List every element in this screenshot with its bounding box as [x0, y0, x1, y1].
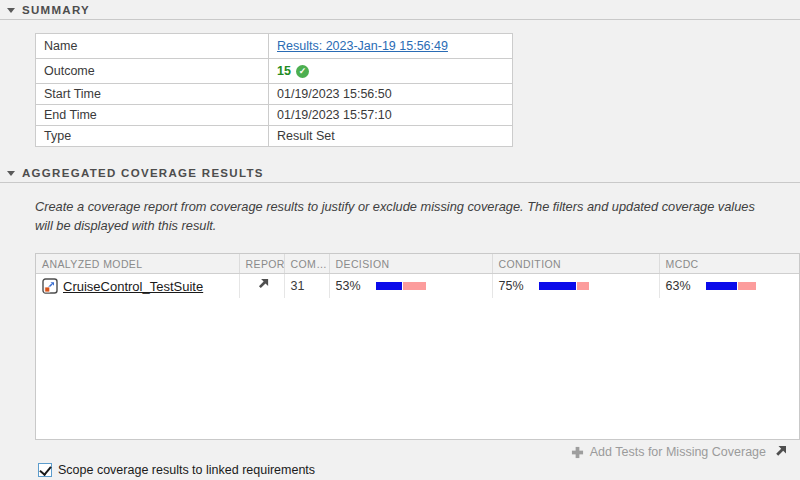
open-report-icon[interactable]	[255, 277, 270, 292]
condition-coverage-bar	[539, 282, 589, 290]
add-tests-button[interactable]: Add Tests for Missing Coverage	[571, 445, 766, 459]
summary-label-end-time: End Time	[36, 105, 269, 126]
analyzed-model-link[interactable]: CruiseControl_TestSuite	[63, 279, 203, 294]
simulink-model-icon	[42, 278, 58, 294]
summary-label-outcome: Outcome	[36, 59, 269, 84]
plus-icon	[571, 446, 584, 459]
collapse-triangle-icon	[7, 171, 15, 176]
col-header-complexity: COM…	[284, 254, 329, 274]
complexity-value: 31	[284, 274, 329, 299]
add-tests-label: Add Tests for Missing Coverage	[590, 445, 766, 459]
summary-value-start-time: 01/19/2023 15:56:50	[269, 84, 513, 105]
col-header-mcdc: MCDC	[659, 254, 799, 274]
summary-row-start-time: Start Time 01/19/2023 15:56:50	[36, 84, 513, 105]
col-header-analyzed-model: ANALYZED MODEL	[36, 254, 239, 274]
col-header-condition: CONDITION	[492, 254, 659, 274]
summary-row-end-time: End Time 01/19/2023 15:57:10	[36, 105, 513, 126]
summary-label-name: Name	[36, 34, 269, 59]
summary-section-title: SUMMARY	[22, 4, 90, 16]
summary-value-type: Result Set	[269, 126, 513, 147]
coverage-table: ANALYZED MODEL REPORT COM… DECISION COND…	[36, 254, 799, 298]
mcdc-percent: 63%	[666, 279, 706, 293]
summary-value-end-time: 01/19/2023 15:57:10	[269, 105, 513, 126]
decision-coverage-bar	[376, 282, 426, 290]
scope-coverage-row: Scope coverage results to linked require…	[38, 463, 800, 477]
summary-label-type: Type	[36, 126, 269, 147]
coverage-header-row: ANALYZED MODEL REPORT COM… DECISION COND…	[36, 254, 799, 274]
coverage-description: Create a coverage report from coverage r…	[35, 197, 775, 235]
collapse-triangle-icon	[7, 8, 15, 13]
condition-percent: 75%	[499, 279, 539, 293]
summary-row-name: Name Results: 2023-Jan-19 15:56:49	[36, 34, 513, 59]
decision-percent: 53%	[336, 279, 376, 293]
col-header-report: REPORT	[239, 254, 284, 274]
outcome-pass-count: 15	[277, 64, 291, 78]
summary-label-start-time: Start Time	[36, 84, 269, 105]
pin-arrow-icon[interactable]	[772, 444, 788, 460]
pass-check-icon: ✓	[296, 65, 309, 78]
summary-row-outcome: Outcome 15 ✓	[36, 59, 513, 84]
aggregated-coverage-section-header[interactable]: AGGREGATED COVERAGE RESULTS	[0, 163, 800, 183]
summary-table: Name Results: 2023-Jan-19 15:56:49 Outco…	[35, 33, 513, 147]
col-header-decision: DECISION	[329, 254, 492, 274]
mcdc-coverage-bar	[706, 282, 756, 290]
coverage-table-container: ANALYZED MODEL REPORT COM… DECISION COND…	[35, 253, 800, 440]
scope-coverage-checkbox[interactable]	[38, 463, 52, 477]
summary-section-header[interactable]: SUMMARY	[0, 0, 800, 20]
summary-row-type: Type Result Set	[36, 126, 513, 147]
aggregated-coverage-section-title: AGGREGATED COVERAGE RESULTS	[22, 167, 264, 179]
scope-coverage-label: Scope coverage results to linked require…	[58, 463, 315, 477]
coverage-table-empty-area	[36, 298, 799, 439]
coverage-table-row: CruiseControl_TestSuite 31 53%	[36, 274, 799, 299]
coverage-actions-row: Add Tests for Missing Coverage	[0, 440, 800, 462]
results-link[interactable]: Results: 2023-Jan-19 15:56:49	[277, 39, 448, 53]
